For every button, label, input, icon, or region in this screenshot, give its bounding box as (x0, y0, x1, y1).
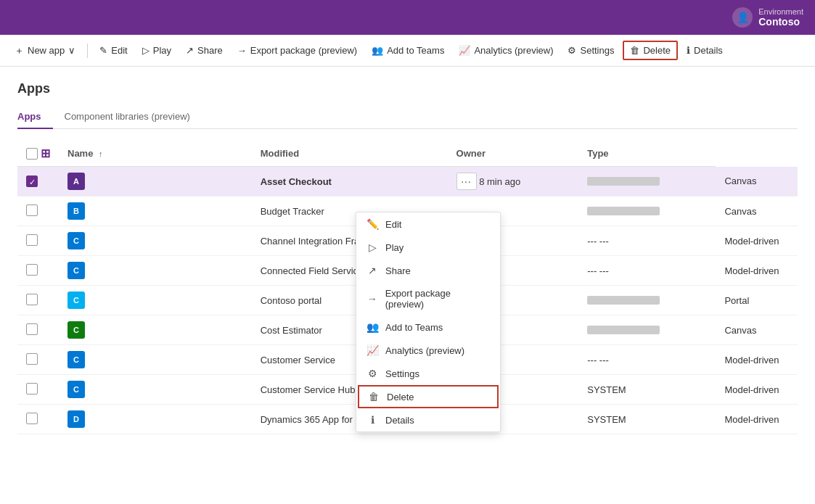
app-icon-cell: A (59, 167, 252, 197)
row-checkbox[interactable] (26, 353, 38, 365)
context-menu-label: Delete (387, 392, 414, 402)
app-icon: B (67, 202, 85, 220)
page-title: Apps (17, 81, 798, 96)
type-cell: Canvas (716, 197, 798, 226)
owner-cell: --- --- (578, 226, 716, 256)
app-icon-cell: C (59, 286, 252, 315)
context-menu-label: Settings (385, 368, 419, 379)
context-menu-item-export[interactable]: →Export package (preview) (356, 282, 500, 315)
row-checkbox-cell (17, 286, 59, 315)
play-icon: ▷ (142, 45, 150, 56)
row-checkbox-cell (17, 226, 59, 256)
modified-cell: ··· 8 min ago (448, 167, 579, 197)
row-checkbox[interactable] (26, 413, 38, 424)
settings-button[interactable]: ⚙ Settings (562, 42, 620, 59)
edit-button[interactable]: ✎ Edit (94, 42, 133, 59)
context-menu-item-settings[interactable]: ⚙Settings (356, 362, 500, 385)
share-button[interactable]: ↗ Share (180, 42, 229, 59)
main-content: Apps Apps Component libraries (preview) … (0, 67, 815, 449)
analytics-button[interactable]: 📈 Analytics (preview) (453, 42, 559, 59)
row-checkbox[interactable] (26, 205, 38, 216)
context-menu-label: Details (385, 415, 414, 426)
export-icon: → (366, 293, 378, 305)
export-button[interactable]: → Export package (preview) (232, 42, 363, 59)
table-row[interactable]: ✓AAsset Checkout··· 8 min ago••••••••••C… (17, 167, 798, 197)
app-icon: C (67, 381, 85, 398)
environment-info: 👤 Environment Contoso (732, 7, 803, 28)
type-cell: Canvas (716, 315, 798, 345)
row-checkbox-cell (17, 315, 59, 345)
type-cell: Model-driven (716, 256, 798, 286)
add-teams-button[interactable]: 👥 Add to Teams (366, 42, 450, 59)
delete-button[interactable]: 🗑 Delete (623, 41, 678, 60)
owner-blurred: •••••••••• (587, 296, 660, 305)
row-checkbox-cell (17, 256, 59, 286)
separator (87, 44, 88, 58)
more-options-button[interactable]: ··· (456, 173, 477, 190)
owner-cell: •••••••••• (578, 315, 716, 345)
context-menu-item-edit[interactable]: ✏️Edit (356, 212, 500, 236)
details-icon: ℹ (366, 414, 378, 426)
row-checkbox-cell: ✓ (17, 167, 59, 197)
owner-cell: •••••••••• (578, 197, 716, 226)
owner-blurred: •••••••••• (587, 207, 660, 215)
app-icon: A (67, 173, 85, 190)
header-name: Name ↑ (59, 141, 252, 167)
details-button[interactable]: ℹ Details (681, 42, 729, 59)
owner-cell: --- --- (578, 256, 716, 286)
export-icon: → (237, 45, 247, 56)
type-cell: Model-driven (716, 345, 798, 375)
header-type: Type (578, 141, 716, 167)
owner-cell: --- --- (578, 345, 716, 375)
row-checkbox[interactable]: ✓ (26, 175, 38, 187)
row-checkbox[interactable] (26, 294, 38, 305)
context-menu-item-details[interactable]: ℹDetails (356, 408, 500, 431)
share-icon: ↗ (366, 265, 378, 276)
tab-component-libraries[interactable]: Component libraries (preview) (53, 105, 202, 129)
play-button[interactable]: ▷ Play (136, 42, 177, 59)
row-checkbox[interactable] (26, 323, 38, 335)
type-cell: Model-driven (716, 405, 798, 434)
owner-cell: •••••••••• (578, 167, 716, 197)
context-menu-item-share[interactable]: ↗Share (356, 259, 500, 282)
app-icon-cell: C (59, 345, 252, 375)
app-icon-cell: B (59, 197, 252, 226)
app-icon: C (67, 232, 85, 249)
env-label: Environment (758, 7, 803, 16)
env-name: Contoso (758, 16, 803, 28)
row-checkbox[interactable] (26, 383, 38, 394)
new-app-button[interactable]: ＋ New app ∨ (9, 41, 81, 60)
header-modified: Modified (252, 141, 448, 167)
context-menu-item-teams[interactable]: 👥Add to Teams (356, 315, 500, 339)
plus-icon: ＋ (15, 44, 24, 57)
teams-icon: 👥 (366, 321, 378, 333)
app-icon-cell: C (59, 375, 252, 405)
sort-asc-icon: ↑ (99, 149, 103, 158)
chevron-down-icon: ∨ (68, 45, 75, 56)
edit-icon: ✎ (99, 45, 107, 56)
top-bar: 👤 Environment Contoso (0, 0, 815, 35)
teams-icon: 👥 (372, 45, 383, 56)
context-menu-label: Add to Teams (385, 322, 443, 333)
analytics-icon: 📈 (366, 344, 378, 356)
app-icon: C (67, 292, 85, 309)
row-checkbox-cell (17, 197, 59, 226)
context-menu-item-play[interactable]: ▷Play (356, 236, 500, 259)
app-icon: C (67, 351, 85, 368)
context-menu-label: Share (385, 265, 411, 276)
select-all-checkbox[interactable] (26, 148, 38, 160)
env-text: Environment Contoso (758, 7, 803, 28)
settings-icon: ⚙ (568, 45, 576, 56)
row-checkbox[interactable] (26, 234, 38, 246)
owner-cell: SYSTEM (578, 405, 716, 434)
context-menu-item-analytics[interactable]: 📈Analytics (preview) (356, 339, 500, 362)
app-icon-cell: D (59, 405, 252, 434)
delete-icon: 🗑 (630, 45, 639, 56)
tabs: Apps Component libraries (preview) (17, 105, 798, 129)
context-menu-item-delete[interactable]: 🗑Delete (358, 385, 499, 408)
tab-apps[interactable]: Apps (17, 105, 53, 129)
row-checkbox[interactable] (26, 264, 38, 276)
header-checkbox-col: ⊞ (17, 141, 59, 167)
header-owner: Owner (448, 141, 579, 167)
type-cell: Canvas (716, 167, 798, 197)
